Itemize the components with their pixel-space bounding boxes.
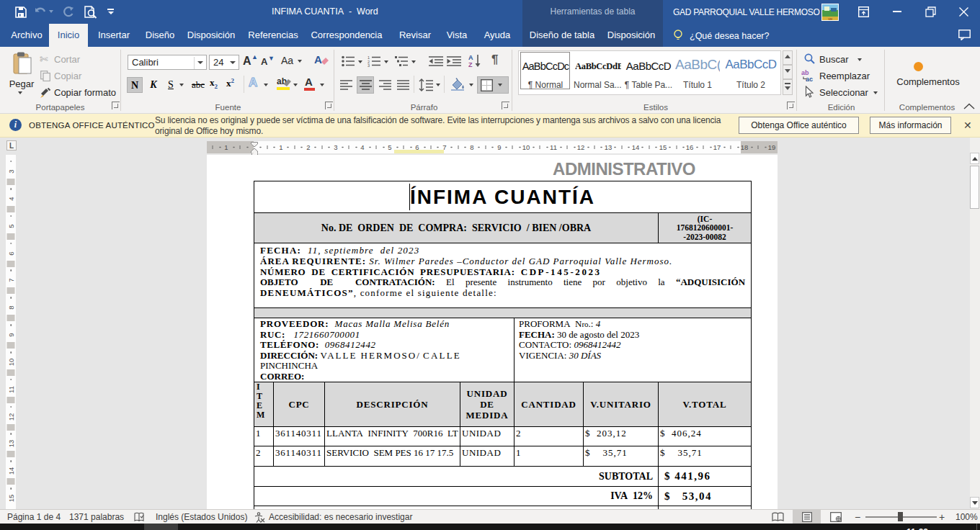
- svg-text:16: 16: [686, 143, 694, 151]
- svg-text:9: 9: [7, 333, 15, 336]
- svg-text:5: 5: [388, 143, 391, 151]
- svg-text:14: 14: [7, 467, 15, 475]
- svg-text:5: 5: [7, 224, 15, 228]
- svg-text:3: 3: [368, 63, 370, 67]
- svg-text:8: 8: [7, 305, 15, 309]
- svg-text:18: 18: [741, 143, 749, 151]
- svg-text:9: 9: [497, 143, 501, 151]
- svg-text:13: 13: [605, 143, 612, 151]
- svg-text:10: 10: [7, 359, 15, 367]
- svg-text:ac: ac: [806, 76, 813, 82]
- svg-text:12: 12: [577, 143, 585, 151]
- svg-text:1: 1: [224, 143, 228, 151]
- svg-text:A: A: [314, 53, 322, 66]
- svg-text:4: 4: [7, 197, 15, 200]
- svg-text:A: A: [468, 54, 473, 61]
- svg-text:13: 13: [7, 440, 15, 448]
- svg-text:3: 3: [334, 143, 337, 151]
- svg-text:1: 1: [279, 143, 282, 151]
- svg-text:8: 8: [470, 143, 473, 151]
- svg-text:11: 11: [550, 143, 557, 151]
- svg-text:Z: Z: [468, 61, 473, 68]
- svg-text:19: 19: [768, 143, 776, 151]
- svg-text:3: 3: [7, 169, 15, 173]
- svg-text:10: 10: [522, 143, 530, 151]
- svg-text:15: 15: [7, 495, 15, 503]
- svg-text:6: 6: [7, 251, 15, 255]
- svg-text:7: 7: [7, 278, 15, 282]
- svg-text:14: 14: [632, 143, 640, 151]
- svg-text:4: 4: [360, 143, 364, 151]
- svg-text:12: 12: [7, 413, 15, 421]
- svg-text:11: 11: [7, 386, 15, 393]
- svg-text:17: 17: [713, 143, 721, 151]
- svg-text:2: 2: [306, 143, 310, 151]
- svg-text:VH: VH: [828, 17, 832, 21]
- svg-text:15: 15: [659, 143, 667, 151]
